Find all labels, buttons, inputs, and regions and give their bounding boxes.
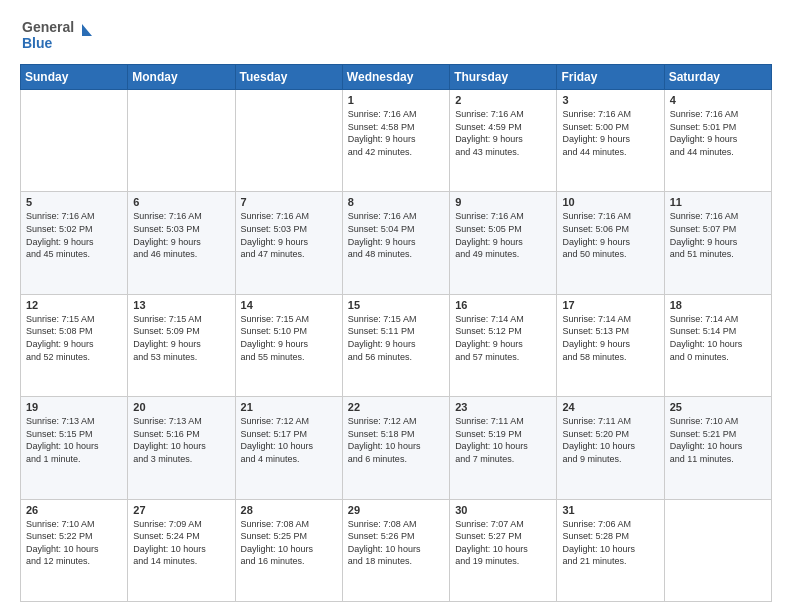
weekday-header-sunday: Sunday xyxy=(21,65,128,90)
day-number: 12 xyxy=(26,299,122,311)
day-number: 1 xyxy=(348,94,444,106)
calendar-cell: 8Sunrise: 7:16 AM Sunset: 5:04 PM Daylig… xyxy=(342,192,449,294)
day-number: 4 xyxy=(670,94,766,106)
calendar-cell: 29Sunrise: 7:08 AM Sunset: 5:26 PM Dayli… xyxy=(342,499,449,601)
calendar-cell: 11Sunrise: 7:16 AM Sunset: 5:07 PM Dayli… xyxy=(664,192,771,294)
day-number: 22 xyxy=(348,401,444,413)
cell-text: Sunrise: 7:09 AM Sunset: 5:24 PM Dayligh… xyxy=(133,518,229,568)
calendar-cell: 7Sunrise: 7:16 AM Sunset: 5:03 PM Daylig… xyxy=(235,192,342,294)
calendar-cell: 10Sunrise: 7:16 AM Sunset: 5:06 PM Dayli… xyxy=(557,192,664,294)
day-number: 14 xyxy=(241,299,337,311)
day-number: 8 xyxy=(348,196,444,208)
day-number: 31 xyxy=(562,504,658,516)
day-number: 17 xyxy=(562,299,658,311)
day-number: 3 xyxy=(562,94,658,106)
logo-svg: GeneralBlue xyxy=(20,16,95,54)
calendar-cell: 5Sunrise: 7:16 AM Sunset: 5:02 PM Daylig… xyxy=(21,192,128,294)
calendar-cell xyxy=(128,90,235,192)
cell-text: Sunrise: 7:10 AM Sunset: 5:21 PM Dayligh… xyxy=(670,415,766,465)
cell-text: Sunrise: 7:08 AM Sunset: 5:26 PM Dayligh… xyxy=(348,518,444,568)
cell-text: Sunrise: 7:11 AM Sunset: 5:19 PM Dayligh… xyxy=(455,415,551,465)
day-number: 16 xyxy=(455,299,551,311)
calendar-cell: 27Sunrise: 7:09 AM Sunset: 5:24 PM Dayli… xyxy=(128,499,235,601)
day-number: 5 xyxy=(26,196,122,208)
calendar-cell: 26Sunrise: 7:10 AM Sunset: 5:22 PM Dayli… xyxy=(21,499,128,601)
day-number: 7 xyxy=(241,196,337,208)
day-number: 24 xyxy=(562,401,658,413)
calendar-cell: 12Sunrise: 7:15 AM Sunset: 5:08 PM Dayli… xyxy=(21,294,128,396)
cell-text: Sunrise: 7:16 AM Sunset: 5:03 PM Dayligh… xyxy=(241,210,337,260)
cell-text: Sunrise: 7:16 AM Sunset: 4:58 PM Dayligh… xyxy=(348,108,444,158)
cell-text: Sunrise: 7:13 AM Sunset: 5:15 PM Dayligh… xyxy=(26,415,122,465)
weekday-header-wednesday: Wednesday xyxy=(342,65,449,90)
day-number: 9 xyxy=(455,196,551,208)
weekday-header-monday: Monday xyxy=(128,65,235,90)
calendar-week-1: 1Sunrise: 7:16 AM Sunset: 4:58 PM Daylig… xyxy=(21,90,772,192)
calendar-cell: 1Sunrise: 7:16 AM Sunset: 4:58 PM Daylig… xyxy=(342,90,449,192)
day-number: 26 xyxy=(26,504,122,516)
cell-text: Sunrise: 7:15 AM Sunset: 5:11 PM Dayligh… xyxy=(348,313,444,363)
calendar-cell: 15Sunrise: 7:15 AM Sunset: 5:11 PM Dayli… xyxy=(342,294,449,396)
calendar-cell: 2Sunrise: 7:16 AM Sunset: 4:59 PM Daylig… xyxy=(450,90,557,192)
cell-text: Sunrise: 7:16 AM Sunset: 5:04 PM Dayligh… xyxy=(348,210,444,260)
day-number: 2 xyxy=(455,94,551,106)
calendar-cell: 28Sunrise: 7:08 AM Sunset: 5:25 PM Dayli… xyxy=(235,499,342,601)
cell-text: Sunrise: 7:16 AM Sunset: 5:03 PM Dayligh… xyxy=(133,210,229,260)
cell-text: Sunrise: 7:14 AM Sunset: 5:14 PM Dayligh… xyxy=(670,313,766,363)
day-number: 25 xyxy=(670,401,766,413)
cell-text: Sunrise: 7:11 AM Sunset: 5:20 PM Dayligh… xyxy=(562,415,658,465)
calendar-week-4: 19Sunrise: 7:13 AM Sunset: 5:15 PM Dayli… xyxy=(21,397,772,499)
calendar-cell: 14Sunrise: 7:15 AM Sunset: 5:10 PM Dayli… xyxy=(235,294,342,396)
cell-text: Sunrise: 7:12 AM Sunset: 5:18 PM Dayligh… xyxy=(348,415,444,465)
cell-text: Sunrise: 7:10 AM Sunset: 5:22 PM Dayligh… xyxy=(26,518,122,568)
cell-text: Sunrise: 7:16 AM Sunset: 5:01 PM Dayligh… xyxy=(670,108,766,158)
cell-text: Sunrise: 7:08 AM Sunset: 5:25 PM Dayligh… xyxy=(241,518,337,568)
calendar-cell: 24Sunrise: 7:11 AM Sunset: 5:20 PM Dayli… xyxy=(557,397,664,499)
day-number: 18 xyxy=(670,299,766,311)
day-number: 15 xyxy=(348,299,444,311)
calendar-cell: 6Sunrise: 7:16 AM Sunset: 5:03 PM Daylig… xyxy=(128,192,235,294)
cell-text: Sunrise: 7:07 AM Sunset: 5:27 PM Dayligh… xyxy=(455,518,551,568)
cell-text: Sunrise: 7:13 AM Sunset: 5:16 PM Dayligh… xyxy=(133,415,229,465)
calendar-cell xyxy=(235,90,342,192)
cell-text: Sunrise: 7:16 AM Sunset: 5:05 PM Dayligh… xyxy=(455,210,551,260)
cell-text: Sunrise: 7:16 AM Sunset: 5:02 PM Dayligh… xyxy=(26,210,122,260)
calendar-week-5: 26Sunrise: 7:10 AM Sunset: 5:22 PM Dayli… xyxy=(21,499,772,601)
cell-text: Sunrise: 7:16 AM Sunset: 5:00 PM Dayligh… xyxy=(562,108,658,158)
cell-text: Sunrise: 7:14 AM Sunset: 5:13 PM Dayligh… xyxy=(562,313,658,363)
day-number: 11 xyxy=(670,196,766,208)
calendar-cell: 20Sunrise: 7:13 AM Sunset: 5:16 PM Dayli… xyxy=(128,397,235,499)
day-number: 20 xyxy=(133,401,229,413)
page: GeneralBlue SundayMondayTuesdayWednesday… xyxy=(0,0,792,612)
calendar-cell xyxy=(664,499,771,601)
cell-text: Sunrise: 7:12 AM Sunset: 5:17 PM Dayligh… xyxy=(241,415,337,465)
svg-text:General: General xyxy=(22,19,74,35)
day-number: 29 xyxy=(348,504,444,516)
day-number: 19 xyxy=(26,401,122,413)
weekday-header-tuesday: Tuesday xyxy=(235,65,342,90)
calendar-cell: 30Sunrise: 7:07 AM Sunset: 5:27 PM Dayli… xyxy=(450,499,557,601)
day-number: 10 xyxy=(562,196,658,208)
cell-text: Sunrise: 7:15 AM Sunset: 5:08 PM Dayligh… xyxy=(26,313,122,363)
cell-text: Sunrise: 7:16 AM Sunset: 5:06 PM Dayligh… xyxy=(562,210,658,260)
calendar-cell: 31Sunrise: 7:06 AM Sunset: 5:28 PM Dayli… xyxy=(557,499,664,601)
calendar-cell: 21Sunrise: 7:12 AM Sunset: 5:17 PM Dayli… xyxy=(235,397,342,499)
calendar-cell: 23Sunrise: 7:11 AM Sunset: 5:19 PM Dayli… xyxy=(450,397,557,499)
svg-text:Blue: Blue xyxy=(22,35,53,51)
cell-text: Sunrise: 7:15 AM Sunset: 5:10 PM Dayligh… xyxy=(241,313,337,363)
day-number: 21 xyxy=(241,401,337,413)
calendar-cell: 4Sunrise: 7:16 AM Sunset: 5:01 PM Daylig… xyxy=(664,90,771,192)
calendar-cell: 9Sunrise: 7:16 AM Sunset: 5:05 PM Daylig… xyxy=(450,192,557,294)
cell-text: Sunrise: 7:15 AM Sunset: 5:09 PM Dayligh… xyxy=(133,313,229,363)
calendar-cell: 3Sunrise: 7:16 AM Sunset: 5:00 PM Daylig… xyxy=(557,90,664,192)
day-number: 13 xyxy=(133,299,229,311)
calendar-week-2: 5Sunrise: 7:16 AM Sunset: 5:02 PM Daylig… xyxy=(21,192,772,294)
calendar-cell: 13Sunrise: 7:15 AM Sunset: 5:09 PM Dayli… xyxy=(128,294,235,396)
day-number: 6 xyxy=(133,196,229,208)
day-number: 28 xyxy=(241,504,337,516)
cell-text: Sunrise: 7:16 AM Sunset: 4:59 PM Dayligh… xyxy=(455,108,551,158)
calendar-cell xyxy=(21,90,128,192)
calendar-cell: 25Sunrise: 7:10 AM Sunset: 5:21 PM Dayli… xyxy=(664,397,771,499)
calendar-cell: 18Sunrise: 7:14 AM Sunset: 5:14 PM Dayli… xyxy=(664,294,771,396)
day-number: 30 xyxy=(455,504,551,516)
